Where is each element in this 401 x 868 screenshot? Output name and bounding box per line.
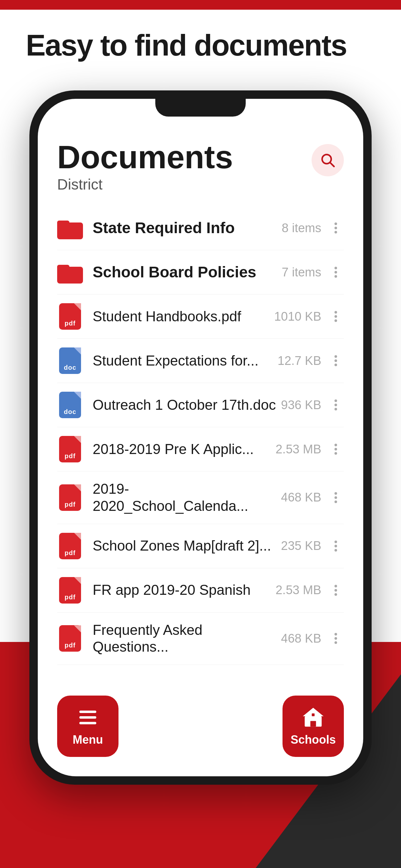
phone-mockup: Documents District	[29, 90, 372, 785]
search-button[interactable]	[312, 144, 344, 176]
dot	[335, 585, 337, 587]
pdf-icon: pdf	[57, 578, 83, 603]
file-name: Frequently Asked Questions...	[93, 622, 281, 656]
svg-line-1	[330, 163, 334, 166]
dot	[335, 633, 337, 636]
file-meta: 8 items	[282, 221, 321, 235]
file-meta: 1010 KB	[274, 310, 321, 323]
file-meta: 235 KB	[281, 539, 321, 553]
schools-button[interactable]: Schools	[282, 695, 344, 757]
more-options-button[interactable]	[328, 540, 344, 552]
pdf-icon: pdf	[57, 625, 83, 651]
bottom-nav: Menu Schools	[57, 695, 344, 757]
file-meta: 2.53 MB	[275, 583, 321, 597]
dot	[335, 360, 337, 362]
dot	[335, 444, 337, 446]
schools-label: Schools	[290, 733, 336, 747]
pdf-icon: pdf	[57, 533, 83, 559]
dot	[335, 589, 337, 592]
pdf-icon: pdf	[57, 304, 83, 330]
dot	[335, 545, 337, 547]
dot	[335, 315, 337, 318]
more-options-button[interactable]	[328, 311, 344, 322]
more-options-button[interactable]	[328, 267, 344, 278]
folder-icon	[57, 259, 83, 285]
header-text: Documents District	[57, 141, 233, 193]
more-options-button[interactable]	[328, 585, 344, 596]
dot	[335, 452, 337, 455]
dot	[335, 540, 337, 543]
file-meta: 468 KB	[281, 631, 321, 646]
doc-icon: doc	[57, 392, 83, 418]
page-title: Easy to find documents	[26, 29, 347, 62]
pdf-icon: pdf	[57, 436, 83, 462]
dot	[335, 319, 337, 322]
menu-button[interactable]: Menu	[57, 695, 119, 757]
folder-icon	[57, 215, 83, 241]
dot	[335, 271, 337, 274]
dot	[335, 355, 337, 358]
file-name: Outreach 1 October 17th.doc	[93, 397, 281, 414]
more-options-button[interactable]	[328, 444, 344, 455]
list-item[interactable]: doc Outreach 1 October 17th.doc 936 KB	[57, 383, 344, 427]
dot	[335, 227, 337, 229]
phone-frame: Documents District	[29, 90, 372, 785]
list-item[interactable]: State Required Info 8 items	[57, 206, 344, 250]
file-list: State Required Info 8 items	[57, 206, 344, 665]
more-options-button[interactable]	[328, 633, 344, 644]
phone-notch	[155, 99, 246, 117]
file-name: School Board Policies	[93, 263, 282, 282]
phone-screen: Documents District	[38, 99, 363, 776]
file-name: FR app 2019-20 Spanish	[93, 582, 275, 599]
dot	[335, 267, 337, 269]
top-status-bar	[0, 0, 401, 10]
screen-content: Documents District	[38, 121, 363, 776]
list-item[interactable]: School Board Policies 7 items	[57, 250, 344, 294]
pdf-icon: pdf	[57, 485, 83, 510]
menu-label: Menu	[73, 733, 103, 747]
list-item[interactable]: doc Student Expectations for... 12.7 KB	[57, 339, 344, 383]
more-options-button[interactable]	[328, 399, 344, 410]
svg-rect-8	[80, 722, 96, 724]
dot	[335, 275, 337, 278]
svg-rect-6	[80, 711, 96, 713]
list-item[interactable]: pdf Frequently Asked Questions... 468 KB	[57, 613, 344, 665]
file-name: 2019-2020_School_Calenda...	[93, 480, 281, 515]
dot	[335, 364, 337, 366]
dot	[335, 399, 337, 402]
file-meta: 936 KB	[281, 398, 321, 412]
list-item[interactable]: pdf 2018-2019 Pre K Applic... 2.53 MB	[57, 427, 344, 471]
doc-icon: doc	[57, 348, 83, 374]
svg-rect-3	[57, 221, 69, 227]
file-meta: 12.7 KB	[278, 354, 321, 368]
svg-rect-11	[310, 721, 316, 727]
svg-rect-7	[80, 716, 96, 718]
list-item[interactable]: pdf Student Handbooks.pdf 1010 KB	[57, 294, 344, 339]
documents-header: Documents District	[57, 121, 344, 193]
documents-subtitle: District	[57, 176, 233, 193]
dot	[335, 549, 337, 552]
more-options-button[interactable]	[328, 355, 344, 366]
file-meta: 468 KB	[281, 491, 321, 504]
file-name: Student Expectations for...	[93, 352, 278, 369]
list-item[interactable]: pdf School Zones Map[draft 2]... 235 KB	[57, 524, 344, 568]
svg-rect-5	[57, 265, 69, 271]
list-item[interactable]: pdf 2019-2020_School_Calenda... 468 KB	[57, 471, 344, 524]
search-icon	[319, 152, 336, 168]
more-options-button[interactable]	[328, 492, 344, 503]
dot	[335, 500, 337, 503]
list-item[interactable]: pdf FR app 2019-20 Spanish 2.53 MB	[57, 568, 344, 613]
more-options-button[interactable]	[328, 222, 344, 234]
file-meta: 7 items	[282, 266, 321, 279]
dot	[335, 492, 337, 495]
dot	[335, 448, 337, 451]
file-name: Student Handbooks.pdf	[93, 308, 274, 325]
dot	[335, 593, 337, 596]
menu-icon	[76, 706, 99, 728]
documents-title: Documents	[57, 141, 233, 173]
file-name: School Zones Map[draft 2]...	[93, 537, 281, 554]
dot	[335, 637, 337, 640]
dot	[335, 408, 337, 410]
file-name: State Required Info	[93, 219, 282, 237]
schools-icon	[302, 706, 325, 728]
